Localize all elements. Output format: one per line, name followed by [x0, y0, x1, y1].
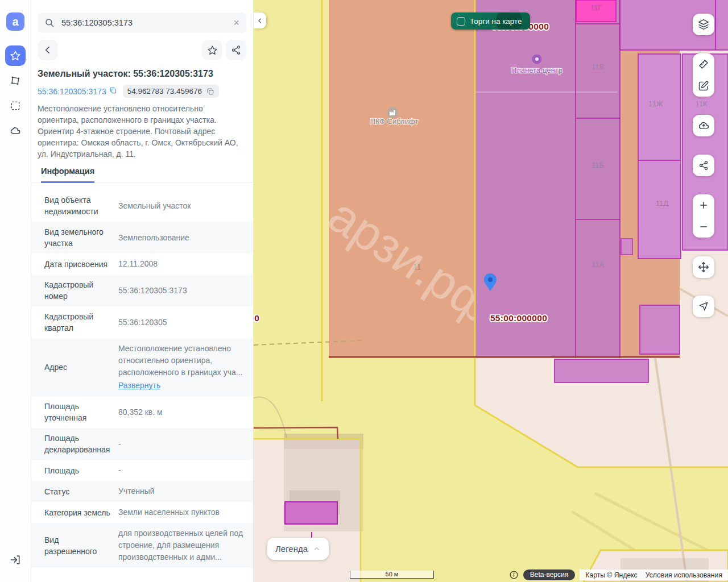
search-bar: × [38, 13, 246, 33]
trades-checkbox[interactable] [457, 17, 465, 26]
poi-planeta-label: Планета-центр [511, 66, 562, 74]
map-attribution: Beta-версия Карты © Яндекс Условия испол… [509, 569, 728, 580]
search-icon [44, 18, 55, 28]
parcel-label-11b: 11Б [592, 161, 604, 169]
coordinates-value: 54.962783 73.459676 [127, 87, 202, 95]
legend-label: Легенда [275, 544, 308, 554]
map-canvas[interactable]: 11 арзи.рф Планета-центр [254, 0, 728, 582]
table-row: Вид объекта недвижимостиЗемельный участо… [31, 190, 253, 222]
table-row: Вид разрешенногодля производственных цел… [31, 523, 253, 568]
app-logo-letter: a [12, 15, 18, 28]
maps-copyright: Карты © Яндекс [585, 571, 637, 579]
share-icon [698, 160, 709, 171]
table-row: Кадастровый квартал55:36:120305 [31, 306, 253, 338]
map-area: 11 арзи.рф Планета-центр [254, 0, 728, 582]
upload-button[interactable] [693, 115, 714, 136]
parcel-small-a[interactable] [555, 359, 648, 383]
pan-button[interactable] [693, 256, 714, 278]
map-controls [693, 14, 714, 317]
object-panel: × Земельный участок: 55:36:120305:3173 5… [31, 0, 254, 582]
share-button[interactable] [226, 40, 246, 60]
table-row: Кадастровый номер55:36:120305:3173 [31, 275, 253, 306]
star-icon [207, 45, 218, 56]
object-description: Местоположение установлено относительно … [38, 103, 246, 160]
plus-icon [698, 200, 709, 210]
rail-signin-button[interactable] [5, 550, 26, 570]
share-map-button[interactable] [693, 155, 714, 176]
ruler-icon [698, 59, 709, 70]
expand-address-link[interactable]: Развернуть [118, 380, 160, 392]
search-clear-button[interactable]: × [233, 18, 239, 28]
layers-button[interactable] [693, 14, 714, 35]
chevron-left-icon [257, 17, 263, 24]
cloud-icon [10, 125, 21, 136]
object-header-toolbar [38, 40, 246, 60]
zoom-out-button[interactable] [693, 216, 714, 238]
legend-button[interactable]: Легенда [267, 538, 329, 560]
object-chips: 55:36:120305:3173 54.962783 73.459676 [38, 85, 246, 98]
quarter-block[interactable] [475, 0, 620, 358]
scale-label: 50 м [386, 571, 399, 577]
copy-cadastral-icon[interactable] [109, 86, 117, 94]
poi-planeta-marker[interactable] [532, 55, 542, 64]
parcel-11zh[interactable] [638, 54, 681, 259]
parcel-small-c[interactable] [621, 239, 632, 255]
zoom-group [693, 194, 714, 238]
back-button[interactable] [38, 40, 58, 60]
poi-siblift-label: ПКФ Сиблифт [370, 117, 419, 126]
chevron-up-icon [313, 545, 321, 553]
rail-cloud-button[interactable] [5, 120, 26, 141]
layers-icon [698, 19, 709, 30]
chevron-left-icon [43, 45, 52, 55]
table-row: Вид земельного участкаЗемлепользование [31, 222, 253, 253]
rail-favorites-button[interactable] [5, 45, 26, 66]
panel-collapse-button[interactable] [254, 13, 266, 28]
rail-area-select-button[interactable] [5, 95, 26, 116]
dashed-square-icon [10, 100, 21, 111]
ruler-button[interactable] [693, 53, 714, 75]
edit-icon [698, 80, 709, 92]
locate-button[interactable] [693, 296, 714, 317]
terms-of-use-link[interactable]: Условия использования [646, 571, 722, 579]
minus-icon [698, 222, 709, 232]
parcel-label-11d: 11Д [656, 199, 668, 207]
edit-button[interactable] [693, 75, 714, 97]
search-input[interactable] [60, 18, 228, 28]
copy-coordinates-icon[interactable] [206, 88, 214, 95]
parcel-label-11zh: 11Ж [648, 99, 663, 108]
parcel-label-11a: 11А [592, 260, 604, 269]
trades-toggle-label: Торги на карте [470, 17, 522, 26]
app-logo[interactable]: a [6, 13, 24, 31]
trades-on-map-toggle[interactable]: Торги на карте [451, 13, 530, 30]
navigation-icon [698, 301, 709, 311]
favorite-button[interactable] [202, 40, 222, 60]
measure-edit-group [693, 53, 714, 97]
object-title: Земельный участок: 55:36:120305:3173 [38, 69, 246, 79]
table-row: Площадь декларированная- [31, 428, 253, 460]
map-scale-bar: 50 м [350, 571, 434, 579]
beta-badge: Beta-версия [523, 569, 575, 580]
info-icon[interactable] [509, 570, 519, 580]
table-row: Площадь- [31, 460, 253, 481]
sign-in-icon [10, 554, 21, 566]
star-icon [10, 50, 21, 61]
move-icon [698, 261, 709, 273]
polygon-select-icon [10, 75, 21, 86]
table-row: Дата присвоения12.11.2008 [31, 253, 253, 275]
cloud-upload-icon [698, 120, 710, 132]
table-row: Площадь уточненная80,352 кв. м [31, 396, 253, 428]
rail-polygon-select-button[interactable] [5, 70, 26, 91]
attributes-table: Вид объекта недвижимостиЗемельный участо… [31, 190, 253, 568]
quarter-number-label-clipped: 55:00:000000 [254, 313, 259, 323]
zoom-in-button[interactable] [693, 194, 714, 216]
parcel-small-d[interactable] [285, 502, 337, 524]
cadastral-number-link[interactable]: 55:36:120305:3173 [38, 87, 106, 96]
parcel-label-11v: 11В [592, 63, 604, 71]
app-rail: a [0, 0, 31, 582]
parcel-label-11g: 11Г [590, 3, 602, 12]
tab-information[interactable]: Информация [41, 167, 94, 183]
coordinates-chip: 54.962783 73.459676 [123, 85, 219, 98]
poi-siblift-marker[interactable] [387, 107, 398, 118]
parcel-small-b[interactable] [640, 305, 680, 354]
table-row: Категория земельЗемли населенных пунктов [31, 502, 253, 523]
